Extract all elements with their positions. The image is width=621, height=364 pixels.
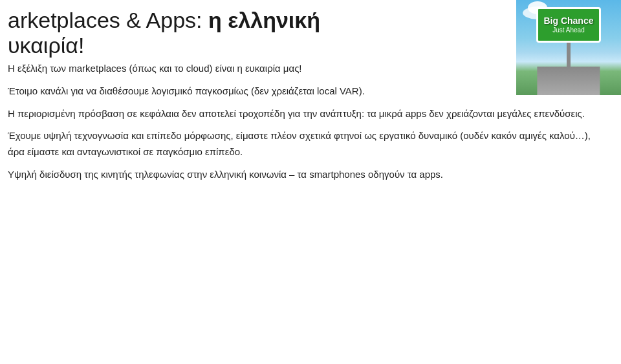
paragraph-1: Η εξέλιξη των marketplaces (όπως και το … bbox=[8, 61, 608, 77]
title-part1: arketplaces & Apps: bbox=[8, 8, 202, 32]
paragraph-5: Υψηλή διείσδυση της κινητής τηλεφωνίας σ… bbox=[8, 167, 608, 183]
paragraph-2: Έτοιμο κανάλι για να διαθέσουμε λογισμικ… bbox=[8, 83, 608, 100]
title-part3: υκαιρία bbox=[8, 33, 78, 58]
paragraph-4: Έχουμε υψηλή τεχνογνωσία και επίπεδο μόρ… bbox=[8, 128, 608, 160]
page-container: Big Chance Just Ahead arketplaces & Apps… bbox=[0, 0, 621, 364]
title-exclamation: ! bbox=[78, 33, 84, 58]
paragraph-3: Η περιορισμένη πρόσβαση σε κεφάλαια δεν … bbox=[8, 106, 608, 122]
title-part2: η ελληνική bbox=[208, 8, 320, 32]
page-title: arketplaces & Apps: η ελληνική υκαιρία! bbox=[8, 8, 512, 58]
main-content: arketplaces & Apps: η ελληνική υκαιρία! … bbox=[0, 0, 621, 197]
